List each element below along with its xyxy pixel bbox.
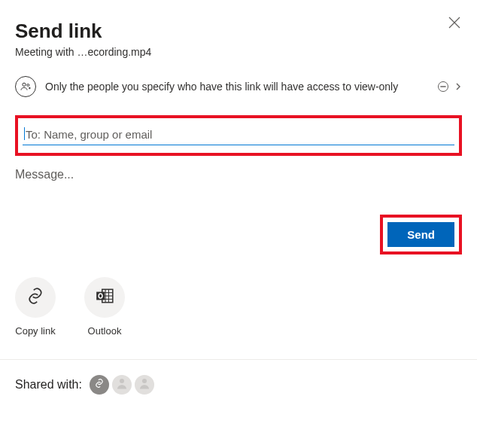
permission-text: Only the people you specify who have thi… <box>45 81 429 93</box>
shared-avatars <box>90 375 154 395</box>
recipients-highlight <box>15 115 462 156</box>
shared-with-label: Shared with: <box>15 378 82 392</box>
send-highlight: Send <box>380 215 462 254</box>
send-button[interactable]: Send <box>387 222 454 247</box>
svg-point-12 <box>142 379 147 383</box>
file-name: Meeting with …ecording.mp4 <box>15 46 462 58</box>
outlook-icon <box>95 286 114 309</box>
people-icon <box>15 76 36 97</box>
svg-point-11 <box>120 379 124 383</box>
link-icon <box>26 286 45 309</box>
person-icon <box>115 376 129 393</box>
copy-link-label: Copy link <box>15 325 55 337</box>
svg-point-0 <box>23 83 26 86</box>
close-button[interactable] <box>448 17 460 32</box>
outlook-label: Outlook <box>88 325 122 337</box>
recipients-input[interactable] <box>24 127 453 142</box>
shared-with-row: Shared with: <box>0 360 477 410</box>
outlook-action[interactable]: Outlook <box>84 277 125 337</box>
dialog-title: Send link <box>15 20 462 43</box>
chevron-right-icon <box>454 81 462 93</box>
link-icon <box>94 378 105 392</box>
person-icon <box>138 376 151 393</box>
recipients-input-wrap[interactable] <box>23 124 454 145</box>
shared-link-avatar[interactable] <box>90 375 109 395</box>
action-row: Copy link Outlook <box>15 277 462 337</box>
close-icon <box>448 18 460 31</box>
readonly-icon <box>438 81 448 92</box>
message-input[interactable] <box>15 168 462 181</box>
send-link-dialog: Send link Meeting with …ecording.mp4 Onl… <box>0 0 477 337</box>
shared-person-avatar[interactable] <box>135 375 154 395</box>
shared-person-avatar[interactable] <box>112 375 132 395</box>
svg-point-1 <box>27 84 29 87</box>
copy-link-action[interactable]: Copy link <box>15 277 56 337</box>
permission-row[interactable]: Only the people you specify who have thi… <box>15 76 462 97</box>
text-cursor <box>24 127 25 140</box>
